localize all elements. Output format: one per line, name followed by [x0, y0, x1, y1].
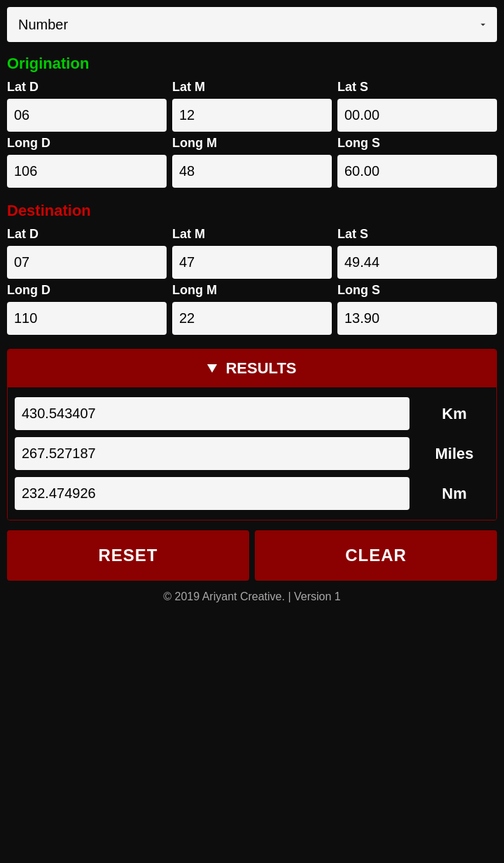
destination-long-row: Long D Long M Long S [7, 283, 497, 335]
footer: © 2019 Ariyant Creative. | Version 1 [7, 591, 497, 609]
origination-long-m-input[interactable] [172, 155, 332, 188]
miles-unit-label: Miles [419, 445, 489, 463]
destination-lat-m-col: Lat M [172, 227, 332, 279]
destination-long-s-col: Long S [337, 283, 497, 335]
origination-lat-s-label: Lat S [337, 80, 497, 95]
origination-long-s-label: Long S [337, 136, 497, 151]
origination-lat-s-input[interactable] [337, 99, 497, 132]
results-header-label: RESULTS [225, 359, 296, 378]
destination-lat-s-input[interactable] [337, 246, 497, 279]
origination-lat-s-col: Lat S [337, 80, 497, 132]
reset-button[interactable]: RESET [7, 530, 249, 581]
origination-long-m-label: Long M [172, 136, 332, 151]
destination-lat-s-label: Lat S [337, 227, 497, 242]
action-buttons-row: RESET CLEAR [7, 530, 497, 581]
miles-result-input [15, 437, 410, 470]
km-unit-label: Km [419, 405, 489, 423]
nm-result-row: Nm [15, 477, 489, 510]
destination-lat-m-input[interactable] [172, 246, 332, 279]
triangle-icon [207, 364, 217, 373]
destination-lat-m-label: Lat M [172, 227, 332, 242]
origination-long-m-col: Long M [172, 136, 332, 188]
destination-long-d-label: Long D [7, 283, 167, 298]
destination-lat-d-col: Lat D [7, 227, 167, 279]
origination-lat-m-label: Lat M [172, 80, 332, 95]
number-type-dropdown[interactable]: NumberDecimal [7, 7, 497, 42]
destination-lat-d-input[interactable] [7, 246, 167, 279]
destination-long-m-col: Long M [172, 283, 332, 335]
destination-long-d-col: Long D [7, 283, 167, 335]
origination-lat-row: Lat D Lat M Lat S [7, 80, 497, 132]
dropdown-container: NumberDecimal [7, 7, 497, 42]
results-body: Km Miles Nm [8, 387, 496, 520]
footer-text: © 2019 Ariyant Creative. | Version 1 [163, 591, 340, 602]
destination-long-m-input[interactable] [172, 302, 332, 335]
destination-long-s-label: Long S [337, 283, 497, 298]
nm-result-input [15, 477, 410, 510]
clear-button[interactable]: CLEAR [255, 530, 497, 581]
destination-lat-row: Lat D Lat M Lat S [7, 227, 497, 279]
destination-lat-s-col: Lat S [337, 227, 497, 279]
origination-lat-m-col: Lat M [172, 80, 332, 132]
km-result-input [15, 397, 410, 430]
origination-long-s-input[interactable] [337, 155, 497, 188]
origination-lat-d-col: Lat D [7, 80, 167, 132]
origination-long-s-col: Long S [337, 136, 497, 188]
destination-long-d-input[interactable] [7, 302, 167, 335]
destination-section: Destination Lat D Lat M Lat S Long D Lon… [7, 199, 497, 339]
origination-long-row: Long D Long M Long S [7, 136, 497, 188]
origination-lat-m-input[interactable] [172, 99, 332, 132]
destination-long-m-label: Long M [172, 283, 332, 298]
destination-label: Destination [7, 202, 497, 220]
origination-lat-d-label: Lat D [7, 80, 167, 95]
destination-lat-d-label: Lat D [7, 227, 167, 242]
nm-unit-label: Nm [419, 485, 489, 503]
origination-section: Origination Lat D Lat M Lat S Long D Lon… [7, 52, 497, 192]
destination-long-s-input[interactable] [337, 302, 497, 335]
origination-lat-d-input[interactable] [7, 99, 167, 132]
results-section: RESULTS Km Miles Nm [7, 349, 497, 520]
miles-result-row: Miles [15, 437, 489, 470]
origination-label: Origination [7, 55, 497, 73]
km-result-row: Km [15, 397, 489, 430]
origination-long-d-input[interactable] [7, 155, 167, 188]
results-header: RESULTS [8, 350, 496, 387]
origination-long-d-col: Long D [7, 136, 167, 188]
origination-long-d-label: Long D [7, 136, 167, 151]
